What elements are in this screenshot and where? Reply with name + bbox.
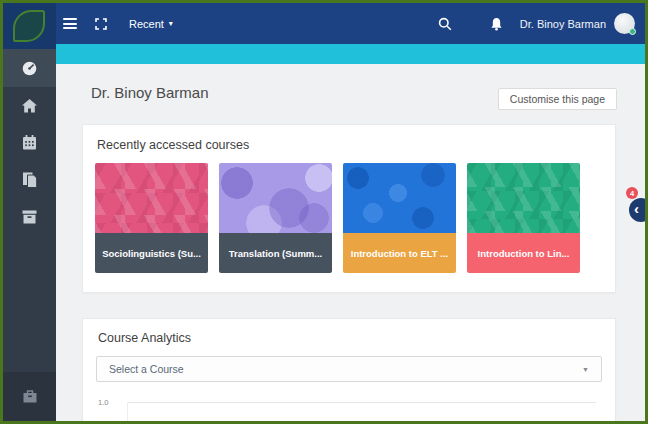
course-analytics-panel: Course Analytics Select a Course ▼ 1.0 0…: [82, 318, 616, 421]
customise-page-button[interactable]: Customise this page: [498, 88, 617, 110]
course-image: [467, 163, 580, 233]
sidebar-nav: [3, 49, 56, 421]
sidebar-item-home[interactable]: [3, 87, 56, 124]
online-status-dot: [629, 28, 636, 35]
course-name: Introduction to ELT ...: [343, 233, 456, 273]
course-card-sociolinguistics[interactable]: Sociolinguistics (Su...: [95, 163, 208, 273]
course-name: Sociolinguistics (Su...: [95, 233, 208, 273]
course-name: Introduction to Lin...: [467, 233, 580, 273]
copy-files-icon: [22, 172, 38, 188]
user-menu[interactable]: Dr. Binoy Barman: [520, 18, 606, 30]
gridline: [127, 402, 596, 403]
toolbox-icon: [23, 390, 37, 403]
search-icon[interactable]: [438, 17, 452, 31]
sidebar-item-dashboard[interactable]: [3, 49, 56, 87]
course-image: [219, 163, 332, 233]
panel-title: Recently accessed courses: [97, 138, 603, 152]
site-logo[interactable]: [3, 3, 56, 49]
course-cards-row: Sociolinguistics (Su... Translation (Sum…: [95, 163, 603, 273]
recently-accessed-courses-panel: Recently accessed courses Sociolinguisti…: [82, 124, 616, 293]
y-axis-tick: 1.0: [98, 398, 108, 407]
analytics-chart: 1.0 0.8: [96, 398, 602, 421]
archive-box-icon: [22, 210, 37, 224]
avatar[interactable]: [614, 13, 635, 34]
home-icon: [22, 99, 37, 113]
recent-label: Recent: [129, 18, 164, 30]
bell-icon[interactable]: [490, 17, 503, 31]
y-axis-line: [127, 402, 128, 421]
chevron-down-icon: ▼: [582, 366, 589, 373]
block-drawer-toggle-button[interactable]: ‹ 4: [629, 198, 648, 222]
course-card-intro-elt[interactable]: Introduction to ELT ...: [343, 163, 456, 273]
chevron-left-icon: ‹: [634, 200, 639, 218]
tachometer-icon: [21, 60, 38, 77]
sidebar-item-admin-tools[interactable]: [3, 372, 56, 421]
accent-strip: [56, 44, 645, 64]
select-value: Select a Course: [109, 363, 184, 375]
recent-dropdown[interactable]: Recent ▾: [129, 18, 173, 30]
sidebar-item-calendar[interactable]: [3, 124, 56, 161]
leaf-logo-icon: [13, 10, 45, 42]
course-image: [343, 163, 456, 233]
notification-badge: 4: [626, 187, 638, 199]
course-card-translation[interactable]: Translation (Summ...: [219, 163, 332, 273]
fullscreen-icon[interactable]: [95, 18, 107, 30]
chevron-down-icon: ▾: [169, 20, 173, 28]
page-title: Dr. Binoy Barman: [91, 84, 209, 101]
menu-toggle-icon[interactable]: [63, 18, 77, 29]
top-navbar: Recent ▾ Dr. Binoy Barman: [3, 3, 645, 44]
course-card-intro-linguistics[interactable]: Introduction to Lin...: [467, 163, 580, 273]
panel-title: Course Analytics: [98, 331, 602, 345]
app-window: Recent ▾ Dr. Binoy Barman: [0, 0, 648, 424]
course-name: Translation (Summ...: [219, 233, 332, 273]
sidebar-item-files[interactable]: [3, 161, 56, 198]
course-select-dropdown[interactable]: Select a Course ▼: [96, 356, 602, 382]
main-content: Dr. Binoy Barman Customise this page Rec…: [56, 64, 645, 421]
calendar-icon: [22, 135, 37, 150]
sidebar-item-archive[interactable]: [3, 198, 56, 235]
course-image: [95, 163, 208, 233]
